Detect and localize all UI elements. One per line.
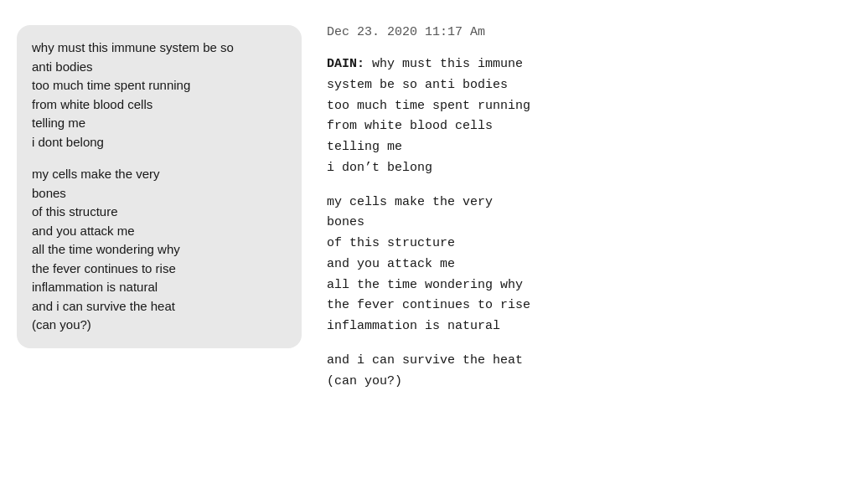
left-panel: why must this immune system be soanti bo… [17,25,302,392]
message-bubble: why must this immune system be soanti bo… [17,25,302,348]
main-container: why must this immune system be soanti bo… [17,17,841,392]
author-label: DAIN: [327,57,372,71]
left-poem-text: why must this immune system be soanti bo… [32,39,287,335]
right-poem-text: DAIN: why must this immunesystem be so a… [327,54,841,392]
timestamp: Dec 23. 2020 11:17 Am [327,25,841,39]
right-panel: Dec 23. 2020 11:17 Am DAIN: why must thi… [327,25,841,392]
